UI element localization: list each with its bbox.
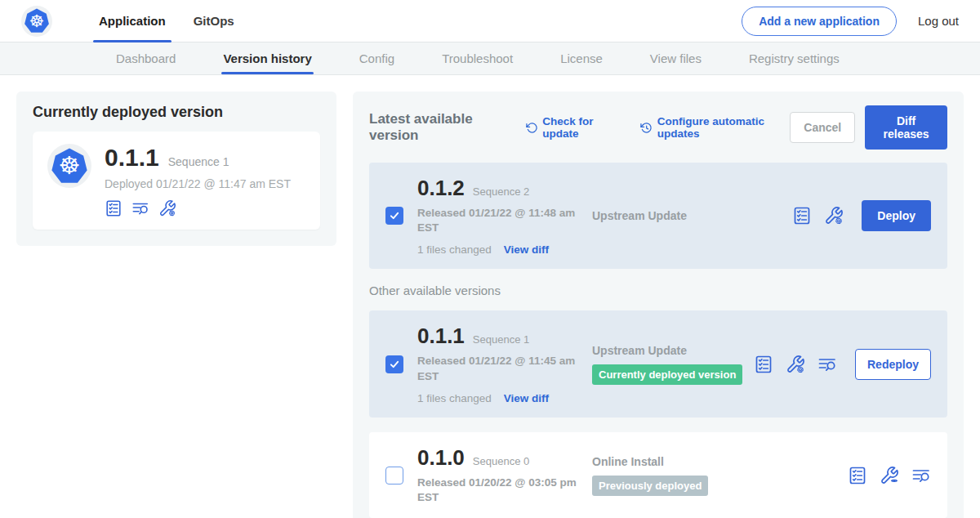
latest-available-title: Latest available version — [369, 111, 506, 144]
deploy-logs-icon[interactable] — [131, 199, 149, 217]
preflight-checks-icon[interactable] — [754, 355, 773, 374]
checkmark-icon — [389, 359, 400, 370]
preflight-checks-icon[interactable] — [105, 199, 122, 217]
check-for-update-link[interactable]: Check for update — [526, 115, 621, 140]
check-for-update-label: Check for update — [542, 115, 621, 140]
version-source-label: Online Install — [592, 455, 848, 468]
sequence-label: Sequence 0 — [473, 455, 529, 467]
deployed-sequence-label: Sequence 1 — [168, 155, 229, 168]
subnav-dashboard[interactable]: Dashboard — [116, 42, 176, 74]
tab-application[interactable]: Application — [85, 0, 180, 42]
currently-deployed-badge: Currently deployed version — [592, 364, 742, 385]
preflight-checks-icon[interactable] — [848, 466, 867, 485]
version-number: 0.1.2 — [417, 176, 465, 201]
version-source-label: Upstream Update — [592, 344, 754, 357]
deploy-logs-icon[interactable] — [817, 355, 837, 374]
cancel-button[interactable]: Cancel — [790, 112, 855, 143]
currently-deployed-card: Currently deployed version ☸ 0.1.1 Seque… — [16, 92, 336, 246]
deployed-version-number: 0.1.1 — [105, 144, 159, 172]
sequence-label: Sequence 1 — [473, 333, 529, 346]
helm-wheel-glyph: ☸ — [59, 154, 81, 178]
preflight-checks-icon[interactable] — [792, 206, 812, 226]
logout-button[interactable]: Log out — [918, 14, 959, 28]
diff-releases-button[interactable]: Diff releases — [865, 105, 947, 150]
configure-auto-updates-link[interactable]: Configure automatic updates — [640, 115, 790, 140]
version-number: 0.1.1 — [417, 324, 465, 349]
deployed-version-card: ☸ 0.1.1 Sequence 1 Deployed 01/21/22 @ 1… — [33, 132, 320, 230]
version-checkbox[interactable] — [385, 207, 403, 225]
auto-update-clock-icon — [640, 121, 653, 135]
deploy-button[interactable]: Deploy — [862, 200, 931, 231]
version-history-panel: Latest available version Check for updat… — [353, 92, 964, 518]
released-timestamp: Released 01/20/22 @ 03:05 pm EST — [417, 476, 577, 505]
subnav-view-files[interactable]: View files — [650, 42, 702, 74]
add-new-application-button[interactable]: Add a new application — [742, 7, 897, 36]
version-checkbox[interactable] — [385, 355, 403, 373]
tab-application-label: Application — [99, 14, 166, 28]
app-subnav: Dashboard Version history Config Trouble… — [0, 42, 980, 75]
top-navigation-bar: ☸ Application GitOps Add a new applicati… — [0, 0, 980, 42]
view-config-icon[interactable] — [880, 466, 899, 485]
edit-config-icon[interactable] — [786, 355, 805, 374]
redeploy-button[interactable]: Redeploy — [855, 349, 931, 380]
version-number: 0.1.0 — [417, 445, 465, 471]
sequence-label: Sequence 2 — [473, 185, 529, 198]
version-source-label: Upstream Update — [592, 209, 792, 222]
kubernetes-logo-icon: ☸ — [21, 6, 52, 37]
helm-wheel-glyph: ☸ — [29, 12, 45, 29]
deploy-logs-icon[interactable] — [911, 466, 931, 485]
checkmark-icon — [389, 210, 400, 221]
view-diff-link[interactable]: View diff — [504, 392, 549, 404]
version-row-0-1-0: 0.1.0 Sequence 0 Released 01/20/22 @ 03:… — [369, 432, 947, 518]
view-diff-link[interactable]: View diff — [504, 243, 549, 256]
refresh-icon — [526, 121, 538, 135]
edit-config-icon[interactable] — [158, 199, 176, 217]
edit-config-icon[interactable] — [824, 206, 844, 226]
files-changed-label: 1 files changed — [417, 392, 492, 404]
released-timestamp: Released 01/21/22 @ 11:45 am EST — [417, 354, 577, 383]
deployed-timestamp: Deployed 01/21/22 @ 11:47 am EST — [105, 177, 291, 190]
version-row-0-1-2: 0.1.2 Sequence 2 Released 01/21/22 @ 11:… — [369, 163, 947, 269]
other-versions-title: Other available versions — [369, 284, 947, 297]
app-logo-icon: ☸ — [47, 144, 91, 188]
subnav-registry-settings[interactable]: Registry settings — [749, 42, 840, 74]
files-changed-label: 1 files changed — [417, 243, 492, 256]
version-row-0-1-1: 0.1.1 Sequence 1 Released 01/21/22 @ 11:… — [369, 310, 947, 417]
version-checkbox[interactable] — [385, 467, 403, 485]
currently-deployed-title: Currently deployed version — [33, 104, 320, 121]
subnav-license[interactable]: License — [560, 42, 603, 74]
previously-deployed-badge: Previously deployed — [592, 476, 708, 496]
subnav-config[interactable]: Config — [359, 42, 394, 74]
subnav-troubleshoot[interactable]: Troubleshoot — [442, 42, 513, 74]
subnav-version-history[interactable]: Version history — [223, 42, 311, 74]
tab-gitops-label: GitOps — [194, 14, 234, 28]
configure-auto-updates-label: Configure automatic updates — [657, 115, 790, 140]
tab-gitops[interactable]: GitOps — [180, 0, 248, 42]
released-timestamp: Released 01/21/22 @ 11:48 am EST — [417, 206, 577, 235]
